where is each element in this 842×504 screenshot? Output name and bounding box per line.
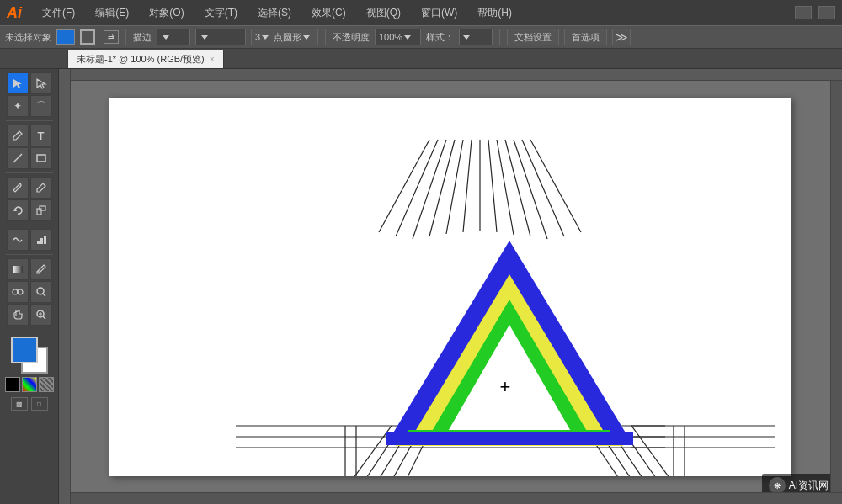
menu-select[interactable]: 选择(S)	[254, 4, 295, 22]
svg-line-27	[505, 140, 530, 236]
tab-label: 未标题-1* @ 100% (RGB/预览)	[77, 53, 205, 66]
color-mode-buttons: ▩ □	[11, 397, 48, 411]
window-control[interactable]	[795, 6, 812, 19]
tool-row-hand	[7, 304, 52, 326]
vertical-ruler	[59, 69, 71, 504]
fg-bg-swatches[interactable]	[11, 337, 48, 374]
eyedropper-tool[interactable]	[30, 258, 52, 280]
stroke-icon[interactable]: □	[31, 397, 48, 411]
svg-line-31	[324, 426, 392, 476]
window-control-2[interactable]	[818, 6, 835, 19]
menu-file[interactable]: 文件(F)	[39, 4, 78, 22]
paintbrush-tool[interactable]	[7, 177, 29, 199]
opacity-label: 不透明度	[333, 31, 370, 44]
style-box[interactable]	[459, 29, 493, 45]
rect-tool[interactable]	[30, 147, 52, 169]
magic-wand-icon: ✦	[13, 100, 22, 112]
tab-close-icon[interactable]: ×	[210, 55, 215, 64]
gradient-tool[interactable]	[7, 258, 29, 280]
swap-colors-icon[interactable]: ⇄	[104, 30, 119, 44]
style-label: 样式：	[426, 31, 454, 44]
direct-selection-tool[interactable]	[30, 72, 52, 94]
vertical-scrollbar[interactable]	[830, 81, 842, 492]
toolbar-divider-1	[6, 120, 53, 121]
canvas-area: + ❋ AI资讯网	[59, 69, 842, 504]
tool-row-brush	[7, 177, 52, 199]
type-tool[interactable]: T	[30, 125, 52, 146]
svg-line-21	[429, 140, 455, 236]
crosshair-symbol: +	[500, 375, 511, 396]
opacity-box[interactable]: 100%	[375, 29, 421, 45]
type-icon: T	[38, 130, 45, 142]
tool-row-pen: T	[7, 125, 52, 146]
menu-window[interactable]: 窗口(W)	[418, 4, 461, 22]
canvas[interactable]: +	[109, 98, 791, 476]
tab-bar: 未标题-1* @ 100% (RGB/预览) ×	[0, 49, 842, 69]
graph-tool[interactable]	[30, 229, 52, 251]
main-area: ✦ ⌒ T	[0, 69, 842, 504]
doc-settings-button[interactable]: 文档设置	[507, 29, 559, 45]
quick-swatches	[5, 377, 54, 392]
document-tab[interactable]: 未标题-1* @ 100% (RGB/预览) ×	[67, 50, 224, 68]
svg-line-0	[13, 154, 22, 162]
stroke-color-arrow	[201, 35, 208, 40]
opacity-arrow	[404, 35, 411, 40]
svg-point-12	[37, 288, 44, 294]
tool-row-line	[7, 147, 52, 169]
line-tool[interactable]	[7, 147, 29, 169]
gradient-swatch[interactable]	[22, 377, 37, 392]
title-bar: Ai 文件(F) 编辑(E) 对象(O) 文字(T) 选择(S) 效果(C) 视…	[0, 0, 842, 25]
svg-rect-8	[13, 266, 23, 273]
fill-icon[interactable]: ▩	[11, 397, 28, 411]
shape-label: 点圆形	[274, 31, 301, 44]
none-swatch[interactable]	[5, 377, 20, 392]
menu-text[interactable]: 文字(T)	[201, 4, 241, 22]
svg-line-13	[43, 294, 45, 296]
stroke-weight-box[interactable]: 3 点圆形	[251, 29, 318, 45]
lasso-icon: ⌒	[36, 99, 46, 114]
select-status-label: 未选择对象	[5, 31, 51, 44]
foreground-color-swatch[interactable]	[11, 337, 38, 363]
magnify-tool[interactable]	[30, 281, 52, 303]
rotate-tool[interactable]	[7, 199, 29, 221]
color-swatches-area: ▩ □	[2, 333, 57, 414]
hand-tool[interactable]	[7, 304, 29, 326]
tool-row-gradient	[7, 258, 52, 280]
tool-row-rotate	[7, 199, 52, 221]
menu-effect[interactable]: 效果(C)	[308, 4, 349, 22]
preferences-button[interactable]: 首选项	[564, 29, 607, 45]
svg-line-23	[463, 140, 472, 232]
menu-edit[interactable]: 编辑(E)	[92, 4, 132, 22]
fill-color-swatch[interactable]	[56, 29, 75, 45]
options-menu-button[interactable]: ≫	[612, 29, 631, 45]
scale-tool[interactable]	[30, 199, 52, 221]
style-arrow	[463, 35, 470, 40]
blend-tool[interactable]	[7, 281, 29, 303]
lasso-tool[interactable]: ⌒	[30, 95, 52, 117]
svg-rect-57	[386, 432, 633, 445]
pencil-tool[interactable]	[30, 177, 52, 199]
svg-line-29	[522, 140, 564, 236]
stroke-label: 描边	[133, 31, 152, 44]
svg-rect-7	[44, 236, 46, 244]
tool-row-blend	[7, 281, 52, 303]
stroke-color-box[interactable]	[195, 29, 246, 45]
watermark-icon-symbol: ❋	[774, 481, 781, 491]
menu-help[interactable]: 帮助(H)	[474, 4, 515, 22]
warp-tool[interactable]	[7, 229, 29, 251]
svg-rect-1	[37, 155, 45, 162]
toolbar: ✦ ⌒ T	[0, 69, 59, 504]
toolbar-divider-3	[6, 225, 53, 225]
zoom-tool[interactable]	[30, 304, 52, 326]
toolbar-divider-2	[6, 172, 53, 173]
selection-tool[interactable]	[7, 72, 29, 94]
horizontal-scrollbar[interactable]	[71, 492, 842, 504]
menu-object[interactable]: 对象(O)	[146, 4, 187, 22]
horizontal-ruler	[59, 69, 842, 81]
stroke-dropdown[interactable]	[157, 29, 190, 45]
magic-wand-tool[interactable]: ✦	[7, 95, 29, 117]
pen-tool[interactable]	[7, 125, 29, 146]
stroke-swatch[interactable]	[80, 29, 95, 45]
menu-view[interactable]: 视图(Q)	[363, 4, 404, 22]
pattern-swatch[interactable]	[39, 377, 54, 392]
